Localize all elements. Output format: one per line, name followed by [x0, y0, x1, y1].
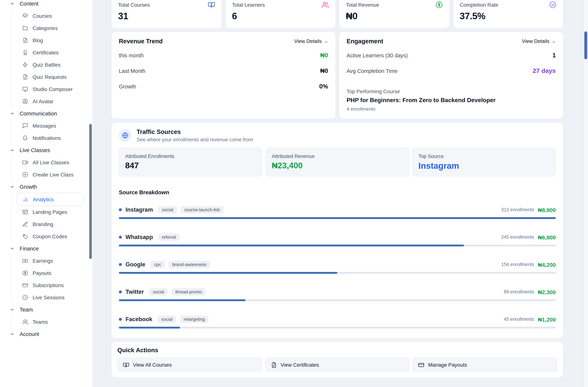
progress-bar — [119, 245, 556, 246]
sidebar-item-payouts[interactable]: Payouts — [12, 267, 84, 279]
chevron-down-icon — [10, 148, 14, 152]
source-dot — [119, 236, 122, 239]
view-details-link[interactable]: View Details → — [294, 39, 328, 44]
engagement-row-active-learners: Active Learners (30 days) 1 — [347, 52, 556, 59]
engagement-card: Engagement View Details → Active Learner… — [339, 31, 564, 119]
box-label: Attributed Enrollments — [125, 154, 256, 159]
source-tag: referral — [158, 233, 180, 241]
box-value: ₦23,400 — [272, 161, 403, 171]
engagement-row-avg-completion: Avg Completion Time 27 days — [347, 67, 556, 75]
view-all-courses-button[interactable]: View All Courses — [117, 357, 262, 372]
top-source-box: Top Source Instagram — [412, 148, 556, 176]
dollar-circle-icon — [435, 1, 443, 8]
sidebar-item-label: Quiz Battles — [33, 62, 61, 68]
source-revenue: ₦6,800 — [538, 234, 556, 240]
sidebar-item-categories[interactable]: Categories — [12, 22, 84, 34]
traffic-title: Traffic Sources — [137, 128, 253, 135]
view-details-link[interactable]: View Details → — [522, 39, 556, 44]
action-label: View Certificates — [280, 362, 319, 368]
sidebar-item-studio-composer[interactable]: Studio Composer — [12, 83, 84, 95]
sidebar-item-blog[interactable]: Blog — [12, 34, 84, 46]
chevron-down-icon — [10, 332, 14, 336]
certificate-icon — [271, 362, 277, 368]
sidebar-item-label: Payouts — [33, 270, 51, 276]
source-revenue: ₦2,300 — [538, 289, 556, 295]
traffic-subtitle: See where your enrollments and revenue c… — [137, 137, 253, 142]
source-enrollments: 245 enrollments — [501, 234, 534, 240]
chevron-down-icon — [10, 307, 14, 312]
progress-bar — [119, 217, 556, 219]
analytics-dashboard: Content Courses Categories Blog Certifi — [0, 0, 588, 387]
sidebar-item-label: Messages — [33, 123, 56, 129]
source-revenue: ₦4,200 — [538, 261, 556, 268]
sidebar-item-messages[interactable]: Messages — [12, 119, 84, 132]
sidebar-section-team[interactable]: Team — [0, 303, 93, 316]
sidebar-section-content[interactable]: Content — [0, 0, 93, 10]
sidebar-section-finance[interactable]: Finance — [0, 242, 93, 254]
sidebar-item-coupon-codes[interactable]: Coupon Codes — [12, 230, 84, 242]
view-certificates-button[interactable]: View Certificates — [265, 357, 410, 372]
sidebar-item-quiz-battles[interactable]: Quiz Battles — [12, 58, 84, 71]
sidebar-item-courses[interactable]: Courses — [12, 10, 84, 22]
stat-card-total-learners: Total Learners 6 — [225, 0, 336, 28]
sidebar-item-ai-avatar[interactable]: AI Avatar — [12, 95, 84, 107]
sidebar-section-growth[interactable]: Growth — [0, 181, 93, 193]
sidebar-section-label: Team — [20, 307, 33, 312]
sidebar-item-teams[interactable]: Teams — [12, 316, 84, 328]
subscriptions-icon — [22, 282, 28, 288]
sidebar-item-subscriptions[interactable]: Subscriptions — [12, 279, 84, 291]
sidebar-item-quiz-requests[interactable]: Quiz Requests — [12, 71, 84, 83]
page-scrollbar[interactable] — [583, 0, 588, 387]
sidebar-scrollbar-thumb[interactable] — [89, 124, 92, 259]
sidebar-item-label: All Live Classes — [33, 159, 69, 165]
sidebar-section-communication[interactable]: Communication — [0, 107, 93, 119]
sidebar-item-label: Analytics — [33, 196, 54, 202]
progress-bar — [119, 272, 556, 274]
source-breakdown-list: Instagram social course-launch-feb 312 e… — [119, 206, 556, 329]
source-tag: course-launch-feb — [181, 206, 224, 213]
progress-bar-fill — [119, 299, 246, 301]
chevron-down-icon — [10, 111, 14, 116]
landing-pages-icon — [22, 209, 28, 215]
sidebar-item-earnings[interactable]: Earnings — [12, 254, 84, 267]
ai-avatar-icon — [22, 98, 28, 104]
sidebar-item-live-sessions[interactable]: Live Sessions — [12, 291, 84, 303]
sidebar-item-label: Live Sessions — [33, 294, 65, 300]
progress-bar-fill — [119, 217, 556, 219]
sidebar-item-certificates[interactable]: Certificates — [12, 46, 84, 58]
live-sessions-icon — [22, 294, 28, 300]
top-course-label: Top Performing Course — [347, 88, 556, 94]
sidebar-item-create-live-class[interactable]: Create Live Class — [12, 168, 84, 181]
revenue-row-this-month: this month ₦0 — [119, 52, 328, 59]
sidebar-item-branding[interactable]: Branding — [12, 218, 84, 230]
source-dot — [119, 318, 122, 321]
users-icon — [321, 1, 329, 8]
chevron-down-icon — [10, 1, 14, 6]
sidebar-section-label: Communication — [20, 110, 57, 116]
earnings-icon — [22, 258, 28, 264]
source-dot — [119, 290, 122, 293]
sidebar-group-team: Teams — [11, 316, 93, 328]
source-row-twitter: Twitter social thread-promo 89 enrollmen… — [119, 288, 556, 301]
sidebar-group-finance: Earnings Payouts Subscriptions Live Sess… — [11, 254, 93, 303]
sidebar-section-label: Content — [20, 0, 39, 6]
source-dot — [119, 208, 122, 211]
sidebar-section-account[interactable]: Account — [0, 328, 93, 340]
sidebar-item-notifications[interactable]: Notifications — [12, 132, 84, 144]
stat-value: 6 — [232, 11, 329, 21]
manage-payouts-button[interactable]: Manage Payouts — [413, 357, 557, 372]
source-enrollments: 45 enrollments — [504, 317, 534, 322]
sidebar-section-live-classes[interactable]: Live Classes — [0, 144, 93, 156]
sidebar-item-landing-pages[interactable]: Landing Pages — [12, 206, 84, 218]
source-tag: brand-awareness — [168, 261, 210, 268]
source-tag: cpc — [150, 261, 165, 268]
panel-title: Engagement — [347, 38, 383, 45]
sidebar-item-label: Categories — [33, 25, 58, 31]
book-open-icon — [123, 362, 129, 368]
sidebar-item-analytics[interactable]: Analytics — [16, 193, 84, 206]
sidebar-item-label: AI Avatar — [33, 98, 54, 104]
branding-icon — [22, 221, 28, 227]
page-scrollbar-thumb[interactable] — [584, 31, 587, 59]
quiz-requests-icon — [22, 74, 28, 80]
sidebar-item-all-live-classes[interactable]: All Live Classes — [12, 156, 84, 168]
